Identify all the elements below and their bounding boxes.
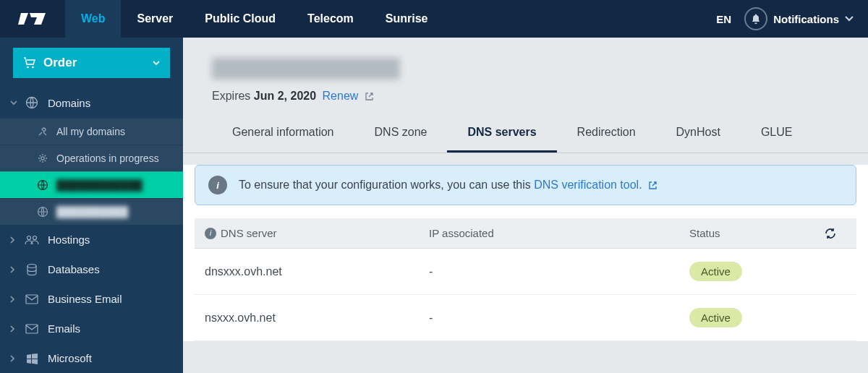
- svg-rect-10: [26, 325, 38, 333]
- sidebar-item-label: Business Email: [48, 293, 122, 305]
- chevron-down-icon: [153, 61, 160, 66]
- sidebar-item-label: All my domains: [56, 126, 125, 137]
- sidebar-sub-all-domains[interactable]: All my domains: [0, 118, 183, 145]
- order-button[interactable]: Order: [13, 48, 170, 78]
- cell-dns-server: dnsxxx.ovh.net: [205, 265, 429, 278]
- cell-status: Active: [689, 262, 846, 281]
- svg-point-7: [33, 236, 37, 239]
- chevron-down-icon: [10, 100, 20, 106]
- sidebar-item-label: ████████████: [56, 179, 142, 191]
- external-link-icon: [648, 181, 658, 190]
- dns-verification-link[interactable]: DNS verification tool.: [534, 179, 642, 191]
- tab-redirection[interactable]: Redirection: [557, 116, 656, 153]
- top-nav: Web Server Public Cloud Telecom Sunrise: [65, 0, 444, 38]
- notifications-label: Notifications: [773, 13, 839, 25]
- svg-point-1: [32, 67, 34, 69]
- cart-icon: [23, 57, 36, 69]
- tabs: General information DNS zone DNS servers…: [183, 116, 868, 153]
- sidebar-sub-operations[interactable]: Operations in progress: [0, 145, 183, 171]
- sidebar-item-emails[interactable]: Emails: [0, 314, 183, 343]
- bell-icon: [744, 7, 767, 30]
- svg-point-6: [27, 236, 31, 239]
- envelope-icon: [23, 324, 41, 334]
- sidebar-item-label: Domains: [48, 97, 90, 109]
- sidebar-item-label: Hostings: [48, 233, 90, 246]
- logo[interactable]: [0, 9, 65, 29]
- status-badge: Active: [689, 262, 742, 281]
- sidebar-item-databases[interactable]: Databases: [0, 254, 183, 284]
- windows-icon: [23, 353, 41, 364]
- tab-dns-servers[interactable]: DNS servers: [447, 116, 556, 153]
- sidebar-sub-domain-a[interactable]: ████████████: [0, 171, 183, 198]
- chevron-right-icon: [10, 296, 20, 303]
- sidebar-sub-domain-b[interactable]: ██████████: [0, 198, 183, 225]
- database-icon: [23, 263, 41, 276]
- globe-icon: [35, 206, 51, 218]
- nav-server[interactable]: Server: [121, 0, 189, 38]
- language-selector[interactable]: EN: [716, 13, 731, 25]
- sidebar-item-label: Microsoft: [48, 352, 92, 364]
- sidebar: Order Domains All my domains: [0, 38, 183, 373]
- col-ip-associated: IP associated: [429, 227, 689, 239]
- refresh-button[interactable]: [825, 228, 846, 239]
- tab-dns-zone[interactable]: DNS zone: [354, 116, 448, 153]
- cell-ip: -: [429, 265, 689, 278]
- top-bar: Web Server Public Cloud Telecom Sunrise …: [0, 0, 868, 38]
- svg-point-3: [41, 157, 44, 160]
- gear-icon: [35, 153, 51, 164]
- info-icon: i: [208, 176, 227, 194]
- renew-link[interactable]: Renew: [323, 90, 359, 102]
- tab-dynhost[interactable]: DynHost: [656, 116, 741, 153]
- dns-servers-table: i DNS server IP associated Status dnsxxx…: [195, 218, 856, 341]
- nav-sunrise[interactable]: Sunrise: [370, 0, 444, 38]
- tab-general-information[interactable]: General information: [212, 116, 354, 153]
- sidebar-item-business-email[interactable]: Business Email: [0, 284, 183, 314]
- chevron-right-icon: [10, 236, 20, 244]
- col-status: Status: [689, 227, 825, 239]
- status-badge: Active: [689, 308, 742, 327]
- tools-icon: [35, 126, 51, 137]
- info-banner: i To ensure that your configuration work…: [195, 165, 856, 205]
- svg-rect-9: [26, 295, 38, 304]
- globe-icon: [35, 179, 51, 191]
- sidebar-item-label: Databases: [48, 263, 100, 275]
- notifications-button[interactable]: Notifications: [744, 7, 854, 30]
- chevron-down-icon: [845, 16, 854, 22]
- globe-icon: [23, 96, 41, 109]
- chevron-right-icon: [10, 266, 20, 273]
- nav-web[interactable]: Web: [65, 0, 121, 38]
- expires-text: Expires Jun 2, 2020 Renew: [212, 90, 839, 103]
- users-icon: [23, 234, 41, 246]
- col-dns-server: i DNS server: [205, 227, 429, 239]
- page-title: [212, 58, 400, 80]
- table-row: nsxxx.ovh.net - Active: [195, 295, 856, 341]
- sidebar-item-label: Operations in progress: [56, 153, 159, 164]
- chevron-right-icon: [10, 355, 20, 362]
- svg-point-0: [27, 67, 29, 69]
- info-icon: i: [205, 228, 216, 239]
- order-label: Order: [43, 56, 77, 70]
- cell-status: Active: [689, 308, 846, 327]
- cell-dns-server: nsxxx.ovh.net: [205, 312, 429, 325]
- tab-glue[interactable]: GLUE: [741, 116, 813, 153]
- chevron-right-icon: [10, 325, 20, 333]
- nav-telecom[interactable]: Telecom: [292, 0, 370, 38]
- envelope-icon: [23, 294, 41, 304]
- sidebar-item-hostings[interactable]: Hostings: [0, 225, 183, 254]
- table-row: dnsxxx.ovh.net - Active: [195, 249, 856, 295]
- nav-public-cloud[interactable]: Public Cloud: [189, 0, 292, 38]
- main-content: Expires Jun 2, 2020 Renew General inform…: [183, 38, 868, 373]
- svg-point-8: [27, 264, 36, 267]
- external-link-icon: [365, 92, 374, 101]
- sidebar-item-label: Emails: [48, 322, 80, 335]
- sidebar-item-label: ██████████: [56, 206, 128, 218]
- sidebar-item-domains[interactable]: Domains: [0, 88, 183, 118]
- cell-ip: -: [429, 312, 689, 325]
- sidebar-item-microsoft[interactable]: Microsoft: [0, 343, 183, 373]
